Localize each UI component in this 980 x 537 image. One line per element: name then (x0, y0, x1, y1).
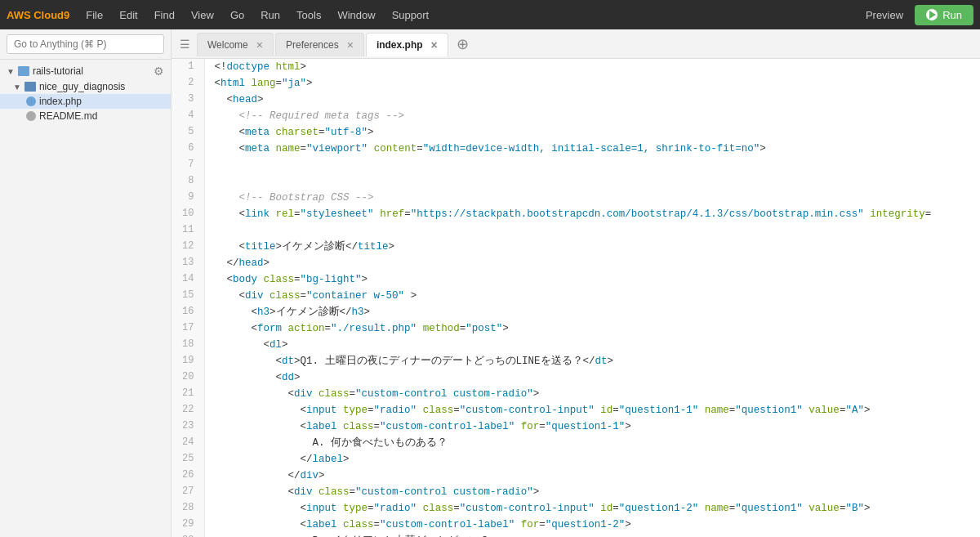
line-code: <label class="custom-control-label" for=… (204, 517, 980, 533)
line-code: <meta charset="utf-8"> (204, 124, 980, 141)
tree-item-nice-guy-diagnosis[interactable]: ▼ nice_guy_diagnosis (0, 79, 171, 94)
line-number: 23 (172, 418, 204, 435)
table-row: 8 (172, 173, 980, 190)
line-number: 8 (172, 173, 204, 190)
tree-label: index.php (39, 96, 82, 107)
close-icon[interactable]: × (347, 38, 354, 51)
close-icon[interactable]: × (256, 38, 263, 51)
table-row: 5 <meta charset="utf-8"> (172, 124, 980, 141)
app-logo: AWS Cloud9 (7, 9, 69, 21)
line-code: <div class="container w-50" > (204, 288, 980, 304)
preview-button[interactable]: Preview (858, 6, 911, 25)
table-row: 12 <title>イケメン診断</title> (172, 239, 980, 255)
main-layout: ▼ rails-tutorial ⚙ ▼ nice_guy_diagnosis … (0, 29, 980, 537)
table-row: 3 <head> (172, 92, 980, 108)
menu-bar: AWS Cloud9 File Edit Find View Go Run To… (0, 0, 980, 29)
run-icon (926, 9, 938, 20)
table-row: 13 </head> (172, 255, 980, 271)
menu-run[interactable]: Run (254, 6, 287, 25)
table-row: 16 <h3>イケメン診断</h3> (172, 304, 980, 320)
tree-item-readme-md[interactable]: README.md (0, 109, 171, 123)
run-button[interactable]: Run (915, 5, 973, 25)
line-number: 29 (172, 517, 204, 533)
line-code: <html lang="ja"> (204, 75, 980, 92)
menu-go[interactable]: Go (224, 6, 251, 25)
line-number: 17 (172, 320, 204, 337)
menu-window[interactable]: Window (331, 6, 381, 25)
tree-item-index-php[interactable]: index.php (0, 94, 171, 109)
line-number: 13 (172, 255, 204, 271)
code-table: 1<!doctype html>2<html lang="ja">3 <head… (172, 59, 980, 537)
run-label: Run (942, 9, 962, 21)
tree-label: rails-tutorial (33, 65, 83, 77)
line-number: 11 (172, 222, 204, 239)
table-row: 17 <form action="./result.php" method="p… (172, 320, 980, 337)
search-bar (0, 29, 171, 60)
line-code (204, 173, 980, 190)
line-number: 12 (172, 239, 204, 255)
line-code: <dd> (204, 369, 980, 386)
line-code: <form action="./result.php" method="post… (204, 320, 980, 337)
table-row: 15 <div class="container w-50" > (172, 288, 980, 304)
line-code: <div class="custom-control custom-radio"… (204, 484, 980, 500)
table-row: 22 <input type="radio" class="custom-con… (172, 402, 980, 418)
line-number: 4 (172, 108, 204, 124)
menu-find[interactable]: Find (148, 6, 181, 25)
tree-item-rails-tutorial[interactable]: ▼ rails-tutorial ⚙ (0, 63, 171, 79)
add-tab-button[interactable]: ⊕ (450, 35, 475, 53)
table-row: 1<!doctype html> (172, 59, 980, 75)
line-number: 25 (172, 451, 204, 468)
line-number: 14 (172, 271, 204, 288)
line-number: 30 (172, 533, 204, 537)
close-icon[interactable]: × (431, 38, 438, 51)
tab-welcome[interactable]: Welcome × (197, 33, 274, 56)
tab-label: Welcome (207, 39, 248, 51)
line-code: <input type="radio" class="custom-contro… (204, 402, 980, 418)
line-code: </label> (204, 451, 980, 468)
line-number: 5 (172, 124, 204, 141)
line-number: 15 (172, 288, 204, 304)
menu-support[interactable]: Support (385, 6, 436, 25)
folder-icon (18, 66, 29, 76)
line-code: <meta name="viewport" content="width=dev… (204, 141, 980, 157)
file-icon (26, 111, 36, 121)
line-number: 21 (172, 386, 204, 402)
line-code (204, 222, 980, 239)
line-code: <div class="custom-control custom-radio"… (204, 386, 980, 402)
line-code: A. 何か食べたいものある？ (204, 435, 980, 451)
line-code: <!doctype html> (204, 59, 980, 75)
line-number: 26 (172, 468, 204, 484)
table-row: 23 <label class="custom-control-label" f… (172, 418, 980, 435)
tab-label: Preferences (286, 39, 339, 51)
menu-file[interactable]: File (79, 6, 109, 25)
line-code: <dt>Q1. 土曜日の夜にディナーのデートどっちのLINEを送る？</dt> (204, 353, 980, 369)
code-editor[interactable]: 1<!doctype html>2<html lang="ja">3 <head… (172, 59, 980, 537)
line-number: 24 (172, 435, 204, 451)
tabs-bar: ☰ Welcome × Preferences × index.php × ⊕ (172, 29, 980, 59)
table-row: 21 <div class="custom-control custom-rad… (172, 386, 980, 402)
search-input[interactable] (7, 34, 164, 54)
line-number: 18 (172, 337, 204, 353)
table-row: 29 <label class="custom-control-label" f… (172, 517, 980, 533)
menu-tools[interactable]: Tools (290, 6, 327, 25)
tabs-icon: ☰ (175, 38, 195, 51)
gear-icon[interactable]: ⚙ (154, 65, 164, 78)
line-code (204, 157, 980, 173)
tree-label: README.md (39, 110, 97, 122)
line-code: </div> (204, 468, 980, 484)
line-code: B. イタリアンと中華どっちがいい？ (204, 533, 980, 537)
tab-preferences[interactable]: Preferences × (275, 33, 364, 56)
menu-view[interactable]: View (185, 6, 220, 25)
tab-index-php[interactable]: index.php × (366, 33, 448, 56)
menu-edit[interactable]: Edit (113, 6, 144, 25)
line-code: <!-- Required meta tags --> (204, 108, 980, 124)
table-row: 19 <dt>Q1. 土曜日の夜にディナーのデートどっちのLINEを送る？</d… (172, 353, 980, 369)
sidebar: ▼ rails-tutorial ⚙ ▼ nice_guy_diagnosis … (0, 29, 172, 537)
line-number: 28 (172, 500, 204, 517)
table-row: 24 A. 何か食べたいものある？ (172, 435, 980, 451)
table-row: 26 </div> (172, 468, 980, 484)
table-row: 11 (172, 222, 980, 239)
table-row: 18 <dl> (172, 337, 980, 353)
file-icon (26, 96, 36, 106)
caret-icon: ▼ (13, 83, 21, 92)
